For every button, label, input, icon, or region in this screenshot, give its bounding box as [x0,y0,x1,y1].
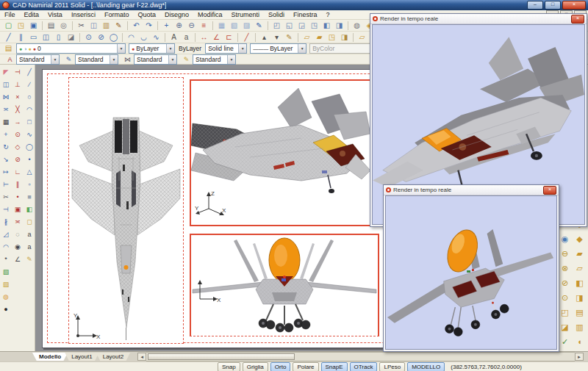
view-iso-sw-icon[interactable]: ◳ [308,20,320,32]
solid-cone-icon[interactable]: ▱ [573,261,587,275]
solid-sweep-icon[interactable]: ◖ [573,334,587,349]
linetype-select[interactable]: Solid line ▼ [205,43,247,54]
solid-intersect-icon[interactable]: ⊗ [559,261,572,275]
solid-subtract-icon[interactable]: ⊖ [559,246,572,261]
menu-file[interactable]: File [0,10,20,20]
osnap-quadrant-icon[interactable]: ◇ [12,140,24,153]
draw-circle-icon[interactable]: ○ [24,90,35,103]
toggle-otrack[interactable]: OTrack [350,362,378,371]
offset-icon[interactable]: ≍ [0,103,12,115]
viewport-front-view[interactable]: X [190,234,379,336]
toggle-griglia[interactable]: Griglia [243,362,268,371]
erase-icon[interactable]: ◤ [0,65,12,78]
solid-loft-icon[interactable]: ▥ [573,320,587,334]
text-style-icon[interactable]: A [5,55,15,64]
array-icon[interactable]: ▦ [0,115,12,128]
render-window-1-titlebar[interactable]: Render in tempo reale × [370,14,587,24]
shade-render-icon[interactable]: ▨ [240,20,253,32]
draw-point-icon[interactable]: • [24,153,35,165]
toggle-polare[interactable]: Polare [293,362,318,371]
chamfer-icon[interactable]: ◿ [0,228,12,240]
menu--[interactable]: ? [322,10,334,20]
render-window-2[interactable]: Render in tempo reale × [383,184,559,352]
text-single-icon[interactable]: A [168,32,180,43]
draw-region-icon[interactable]: ▫ [24,178,35,190]
viewport-perspective[interactable]: Z X Y [190,79,372,226]
trim-icon[interactable]: ✂ [0,190,12,203]
block-create-icon[interactable]: ▱ [301,32,313,43]
toggle-lpeso[interactable]: LPeso [379,362,405,371]
move-icon[interactable]: + [0,128,12,140]
tab-layout1[interactable]: Layout1 [65,353,98,361]
print-icon[interactable]: ▤ [45,20,57,32]
named-views-icon[interactable]: ◍ [351,20,363,32]
solid-imprint-icon[interactable]: ◰ [559,305,572,320]
render-globe-icon[interactable]: ◉ [559,231,572,246]
extend-icon[interactable]: ⊣ [0,203,12,215]
solid-cylinder-icon[interactable]: ▰ [573,246,587,261]
draw-line-icon[interactable]: ╱ [24,65,35,78]
draw-polygon-icon[interactable]: △ [24,165,35,178]
solid-polysolid-icon[interactable]: ▤ [573,305,587,320]
scrollbar-track[interactable] [146,352,575,361]
block-attributes-icon[interactable]: ◳ [326,32,338,43]
menu-modifica[interactable]: Modifica [193,10,227,20]
toggle-snap[interactable]: Snap [218,362,240,371]
scrollbar-thumb[interactable] [148,353,295,360]
menu-formato[interactable]: Formato [100,10,134,20]
named-a1-icon[interactable]: a [24,228,35,240]
menu-solidi[interactable]: Solidi [264,10,289,20]
draw-pline-icon[interactable]: ∿ [24,128,35,140]
osnap-endpoint-icon[interactable]: ⊣ [12,65,24,78]
scroll-right-arrow-icon[interactable]: ► [575,353,584,361]
shade-hidden-icon[interactable]: ▧ [228,20,240,32]
view-right-icon[interactable]: ◲ [295,20,308,32]
solid-interfere-icon[interactable]: ⊘ [559,275,572,290]
tab-modello[interactable]: Modello [32,353,68,361]
osnap-extension-icon[interactable]: → [12,115,24,128]
sketch-pen-icon[interactable]: ✎ [24,253,35,265]
image-attach-icon[interactable]: ◨ [338,32,351,43]
tool-green-icon[interactable]: ◧ [24,203,35,215]
draw-ellipse-icon[interactable]: ◯ [24,140,35,153]
dim-baseline-icon[interactable]: ⊏ [223,32,235,43]
leader-icon[interactable]: ╱ [240,32,253,43]
spline-icon[interactable]: ∿ [150,32,162,43]
bomb-explode-icon[interactable]: ● [0,303,12,315]
construction-line-icon[interactable]: ∥ [15,32,27,43]
layer-select[interactable]: ● ◑ ● ● 0 ▼ [16,43,126,54]
close-button[interactable]: × [562,1,586,10]
horizontal-scrollbar[interactable]: ◄ ► [137,353,584,361]
solid-thicken-icon[interactable]: ◪ [559,320,572,334]
solid-sphere-icon[interactable]: ◧ [573,275,587,290]
view-top-icon[interactable]: ◰ [270,20,283,32]
menu-vista[interactable]: Vista [43,10,67,20]
window-titlebar[interactable]: CAD Namirial 2011 Solid - [..\landing ge… [0,0,588,10]
menu-strumenti[interactable]: Strumenti [227,10,265,20]
line-icon[interactable]: ╱ [2,32,15,43]
viewport-top-view[interactable]: Y X [68,77,184,344]
draw-arc-icon[interactable]: ◠ [24,103,35,115]
osnap-none-icon[interactable]: ◌ [12,228,24,240]
osnap-intersection-icon[interactable]: × [12,90,24,103]
menu-edita[interactable]: Edita [20,10,44,20]
zoom-previous-icon[interactable]: ⊖ [185,20,198,32]
osnap-perpendicular-icon[interactable]: ∟ [12,165,24,178]
shade-2d-icon[interactable]: ▦ [215,20,228,32]
table-style-icon[interactable]: ⋈ [123,55,132,64]
menu-disegno[interactable]: Disegno [160,10,193,20]
osnap-apparent-icon[interactable]: ╳ [12,103,24,115]
block-insert-icon[interactable]: ▰ [313,32,326,43]
text-mtext-icon[interactable]: a [180,32,193,43]
cut-icon[interactable]: ✂ [75,20,87,32]
osnap-node-icon[interactable]: • [12,190,24,203]
rotate-icon[interactable]: ↻ [0,140,12,153]
minimize-button[interactable]: – [527,1,543,10]
table-style-select[interactable]: Standard▼ [134,54,177,65]
osnap-center-icon[interactable]: ⊙ [12,128,24,140]
dim-style-select[interactable]: Standard▼ [75,54,118,65]
rectangle-icon[interactable]: ▭ [27,32,40,43]
mirror-icon[interactable]: ⋈ [0,90,12,103]
copy-clip-icon[interactable]: ◫ [87,20,100,32]
point-single-icon[interactable]: ▴ [258,32,270,43]
